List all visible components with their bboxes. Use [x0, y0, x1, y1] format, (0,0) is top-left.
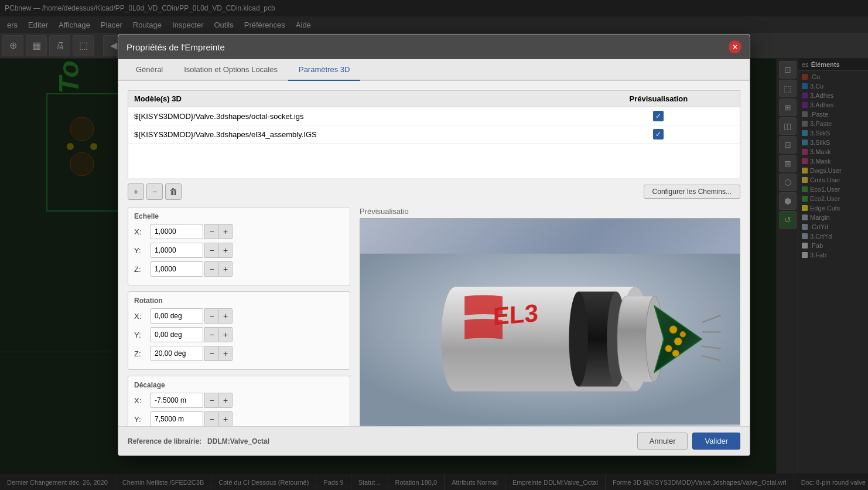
scale-x-minus[interactable]: −: [204, 224, 218, 239]
offset-x-plus[interactable]: +: [218, 393, 233, 408]
scale-z-input[interactable]: [151, 261, 203, 277]
rotation-z-input[interactable]: [151, 346, 203, 361]
table-row-empty: [128, 144, 740, 179]
svg-text:EL3: EL3: [493, 299, 538, 331]
rotation-z-label: Z:: [134, 349, 151, 358]
rotation-z-group: Z: − +: [134, 346, 344, 361]
svg-point-19: [669, 326, 677, 334]
offset-y-input[interactable]: [151, 411, 203, 426]
scale-x-input[interactable]: [151, 224, 203, 239]
rotation-x-group: X: − +: [134, 308, 344, 324]
scale-y-label: Y:: [134, 246, 151, 255]
check-icon-1[interactable]: ✓: [653, 111, 664, 121]
rotation-x-minus[interactable]: −: [204, 308, 218, 324]
rotation-x-input[interactable]: [151, 308, 203, 324]
ok-button[interactable]: Valider: [692, 433, 740, 450]
offset-y-minus[interactable]: −: [204, 411, 218, 426]
delete-model-button[interactable]: 🗑: [165, 183, 182, 200]
table-row[interactable]: ${KISYS3DMOD}/Valve.3dshapes/el34_assemb…: [128, 125, 740, 144]
configure-paths-button[interactable]: Configurer les Chemins...: [644, 185, 740, 199]
scale-z-label: Z:: [134, 265, 151, 274]
rotation-y-minus[interactable]: −: [204, 327, 218, 342]
lib-ref: Reference de librairie: DDLM:Valve_Octal: [128, 437, 633, 445]
model-table: Modèle(s) 3D Prévisualisation ${KISYS3DM…: [128, 90, 740, 179]
scale-y-plus[interactable]: +: [218, 243, 233, 258]
dialog-footprint-properties: Propriétés de l'Empreinte × Général Isol…: [118, 34, 750, 456]
dialog-titlebar: Propriétés de l'Empreinte ×: [118, 35, 750, 59]
offset-y-label: Y:: [134, 415, 151, 424]
preview-checkbox-1[interactable]: ✓: [577, 107, 740, 125]
offset-y-plus[interactable]: +: [218, 411, 233, 426]
svg-point-22: [680, 332, 686, 338]
preview-checkbox-2[interactable]: ✓: [577, 125, 740, 144]
table-row[interactable]: ${KISYS3DMOD}/Valve.3dshapes/octal-socke…: [128, 107, 740, 125]
rotation-y-plus[interactable]: +: [218, 327, 233, 342]
params-left: Echelle X: − + Y: − +: [128, 207, 350, 426]
params-layout: Echelle X: − + Y: − +: [128, 207, 740, 426]
tab-isolation[interactable]: Isolation et Options Locales: [173, 59, 288, 81]
scale-z-plus[interactable]: +: [218, 261, 233, 277]
svg-point-17: [646, 297, 663, 382]
col-model-header: Modèle(s) 3D: [128, 91, 577, 107]
dialog-close-button[interactable]: ×: [729, 40, 741, 53]
svg-point-21: [665, 345, 672, 352]
cancel-button[interactable]: Annuler: [637, 433, 688, 450]
rotation-z-plus[interactable]: +: [218, 346, 233, 361]
scale-y-group: Y: − +: [134, 243, 344, 258]
rotation-y-group: Y: − +: [134, 327, 344, 342]
add-model-button[interactable]: +: [128, 183, 144, 200]
offset-title: Décalage: [134, 381, 344, 389]
rotation-title: Rotation: [134, 297, 344, 305]
offset-x-group: X: − +: [134, 393, 344, 408]
tab-params3d[interactable]: Paramètres 3D: [288, 59, 360, 81]
rotation-y-input[interactable]: [151, 327, 203, 342]
col-preview-header: Prévisualisation: [577, 91, 740, 107]
rotation-section: Rotation X: − + Y: − +: [128, 291, 350, 370]
rotation-y-label: Y:: [134, 331, 151, 339]
lib-ref-value: DDLM:Valve_Octal: [207, 437, 269, 445]
modal-overlay: Propriétés de l'Empreinte × Général Isol…: [0, 0, 868, 490]
dialog-tabs: Général Isolation et Options Locales Par…: [118, 59, 750, 81]
svg-point-23: [672, 350, 679, 356]
model-path-1: ${KISYS3DMOD}/Valve.3dshapes/octal-socke…: [128, 107, 577, 125]
remove-model-button[interactable]: −: [146, 183, 163, 200]
preview-svg: EL3: [360, 219, 740, 426]
rotation-x-label: X:: [134, 312, 151, 321]
offset-x-label: X:: [134, 396, 151, 405]
check-icon-2[interactable]: ✓: [653, 129, 664, 139]
scale-section: Echelle X: − + Y: − +: [128, 207, 350, 285]
scale-z-group: Z: − +: [134, 261, 344, 277]
scale-x-label: X:: [134, 227, 151, 236]
preview-label: Prévisualisatio: [360, 207, 740, 216]
dialog-body: Modèle(s) 3D Prévisualisation ${KISYS3DM…: [118, 81, 750, 426]
dialog-footer: Reference de librairie: DDLM:Valve_Octal…: [118, 426, 750, 455]
svg-point-13: [569, 292, 587, 387]
preview-area: Prévisualisatio: [360, 207, 740, 426]
svg-point-20: [674, 338, 682, 345]
scale-y-minus[interactable]: −: [204, 243, 218, 258]
scale-x-plus[interactable]: +: [218, 224, 233, 239]
dialog-title: Propriétés de l'Empreinte: [127, 42, 225, 52]
model-path-2: ${KISYS3DMOD}/Valve.3dshapes/el34_assemb…: [128, 125, 577, 144]
scale-z-minus[interactable]: −: [204, 261, 218, 277]
table-toolbar: + − 🗑 Configurer les Chemins...: [128, 183, 740, 200]
scale-x-group: X: − +: [134, 224, 344, 239]
rotation-z-minus[interactable]: −: [204, 346, 218, 361]
offset-x-minus[interactable]: −: [204, 393, 218, 408]
scale-title: Echelle: [134, 212, 344, 220]
scale-y-input[interactable]: [151, 243, 203, 258]
rotation-x-plus[interactable]: +: [218, 308, 233, 324]
offset-x-input[interactable]: [151, 393, 203, 408]
offset-y-group: Y: − +: [134, 411, 344, 426]
offset-section: Décalage X: − + Y: − +: [128, 376, 350, 426]
preview-canvas-3d: EL3: [360, 218, 740, 426]
tab-general[interactable]: Général: [125, 59, 173, 81]
lib-ref-label: Reference de librairie:: [128, 437, 201, 445]
